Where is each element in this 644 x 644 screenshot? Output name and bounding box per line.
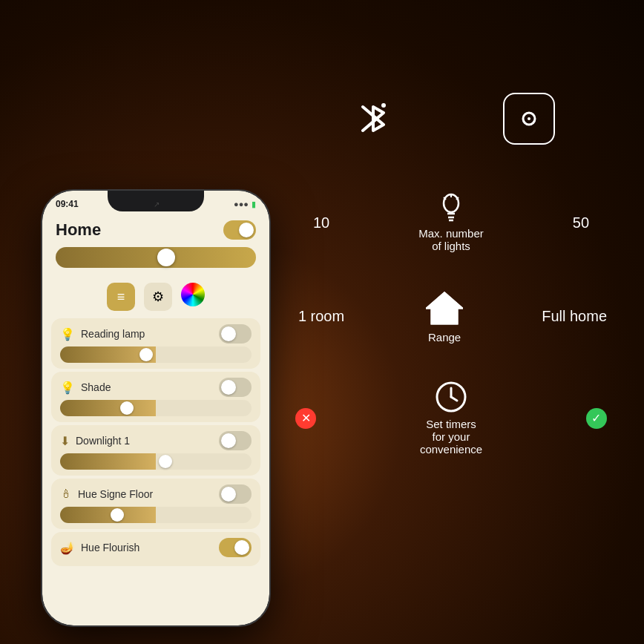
light-slider-reading[interactable] (60, 346, 252, 363)
toggle-knob (221, 433, 236, 448)
light-row-reading: 💡 Reading lamp (60, 324, 252, 344)
light-toggle-signe[interactable] (219, 484, 252, 504)
cross-icon: ✕ (301, 411, 311, 425)
light-row-shade: 💡 Shade (60, 378, 252, 397)
list-item: 🪔 Hue Flourish (51, 532, 260, 566)
tab-color[interactable] (181, 283, 205, 306)
svg-point-0 (381, 103, 386, 108)
timers-label-1: Set timers (420, 418, 482, 430)
toggle-knob (221, 487, 236, 502)
bridge-svg (514, 104, 544, 134)
range-section: 1 room Range Full home (295, 289, 607, 344)
toggle-knob (221, 380, 236, 395)
info-panel: 10 Max. number of lights 50 1 room (295, 89, 607, 456)
max-lights-label-line1: Max. number (418, 227, 484, 240)
light-bulb-icon: 💡 (60, 327, 75, 341)
toggle-knob (239, 223, 254, 237)
max-lights-center: Max. number of lights (418, 193, 484, 252)
svg-marker-11 (427, 293, 461, 323)
battery-icon: ▮ (252, 200, 256, 209)
light-downlight-icon: ⬇ (60, 434, 70, 448)
light-slider-downlight[interactable] (60, 453, 252, 470)
light-left: ⬇ Downlight 1 (60, 434, 130, 448)
bluetooth-icon (355, 96, 391, 141)
list-item: ⬇ Downlight 1 (51, 425, 260, 476)
light-name-reading: Reading lamp (81, 328, 145, 340)
range-left: 1 room (295, 308, 347, 325)
house-icon (426, 289, 463, 326)
status-icons: ●●● ▮ (234, 200, 256, 209)
light-row-flourish: 🪔 Hue Flourish (60, 538, 252, 557)
light-toggle-downlight[interactable] (219, 431, 252, 450)
light-floor-icon: 🕯 (60, 487, 72, 501)
bluetooth-feature (347, 89, 399, 148)
svg-point-2 (528, 117, 530, 120)
clock-icon (435, 381, 467, 413)
light-left: 💡 Shade (60, 381, 111, 395)
light-row-downlight: ⬇ Downlight 1 (60, 431, 252, 450)
top-icons-row (295, 89, 607, 148)
max-lights-min: 10 (295, 214, 347, 231)
bridge-icon (503, 93, 555, 145)
timers-section: ✕ Set timers for your convenience ✓ (295, 381, 607, 456)
phone-screen: 09:41 ↗ ●●● ▮ Home (42, 191, 269, 625)
light-name-downlight: Downlight 1 (76, 435, 130, 447)
status-arrow: ↗ (154, 200, 160, 208)
light-slider-knob (120, 401, 134, 415)
range-label: Range (428, 331, 461, 344)
light-slider-shade[interactable] (60, 400, 252, 416)
light-toggle-shade[interactable] (219, 378, 252, 397)
list-item: 🕯 Hue Signe Floor (51, 479, 260, 529)
bridge-feature (503, 93, 555, 145)
status-time: 09:41 (56, 199, 79, 209)
phone-mockup: 09:41 ↗ ●●● ▮ Home (41, 189, 271, 627)
light-left: 🕯 Hue Signe Floor (60, 487, 153, 501)
light-left: 🪔 Hue Flourish (60, 541, 139, 555)
light-bulb-icon: 💡 (60, 381, 75, 395)
light-toggle-reading[interactable] (219, 324, 252, 344)
light-left: 💡 Reading lamp (60, 327, 145, 341)
check-icon-mark: ✓ (591, 411, 601, 425)
timers-label-2: for your (420, 430, 482, 443)
tab-list[interactable]: ≡ (107, 283, 135, 311)
light-flourish-icon: 🪔 (60, 541, 75, 555)
list-item: 💡 Reading lamp (51, 318, 260, 369)
toggle-knob (221, 326, 236, 341)
bulb-icon (441, 193, 461, 223)
max-lights-max: 50 (555, 214, 607, 231)
tab-bar: ≡ ⚙ (42, 278, 269, 315)
range-right: Full home (542, 308, 607, 325)
brightness-slider[interactable] (56, 247, 256, 268)
light-row-signe: 🕯 Hue Signe Floor (60, 484, 252, 504)
light-name-shade: Shade (81, 381, 111, 393)
phone-body: 09:41 ↗ ●●● ▮ Home (41, 189, 271, 627)
brightness-knob (157, 249, 175, 266)
max-lights-section: 10 Max. number of lights 50 (295, 193, 607, 252)
toggle-knob (234, 540, 249, 555)
timers-label: Set timers for your convenience (420, 418, 482, 456)
light-slider-knob (139, 348, 153, 361)
light-slider-knob (159, 455, 172, 468)
light-slider-signe[interactable] (60, 507, 252, 523)
home-toggle[interactable] (223, 220, 256, 240)
light-name-flourish: Hue Flourish (81, 542, 139, 553)
max-lights-label: Max. number of lights (418, 227, 484, 252)
title-row: Home (56, 220, 256, 240)
timers-center: Set timers for your convenience (420, 381, 482, 456)
timers-label-3: convenience (420, 443, 482, 456)
light-list: 💡 Reading lamp 💡 (42, 315, 269, 569)
list-item: 💡 Shade (51, 372, 260, 422)
status-bar: 09:41 ↗ ●●● ▮ (56, 197, 256, 211)
tab-scenes[interactable]: ⚙ (144, 283, 172, 311)
timers-yes-icon: ✓ (586, 408, 607, 429)
light-slider-knob (111, 508, 124, 522)
bluetooth-icon-container (347, 89, 399, 148)
light-toggle-flourish[interactable] (219, 538, 252, 557)
svg-line-14 (451, 397, 457, 401)
home-title: Home (56, 220, 101, 240)
range-center: Range (426, 289, 463, 344)
light-name-signe: Hue Signe Floor (78, 488, 153, 500)
signal-icon: ●●● (234, 200, 249, 208)
max-lights-label-line2: of lights (418, 240, 484, 252)
timers-no-icon: ✕ (295, 408, 316, 429)
